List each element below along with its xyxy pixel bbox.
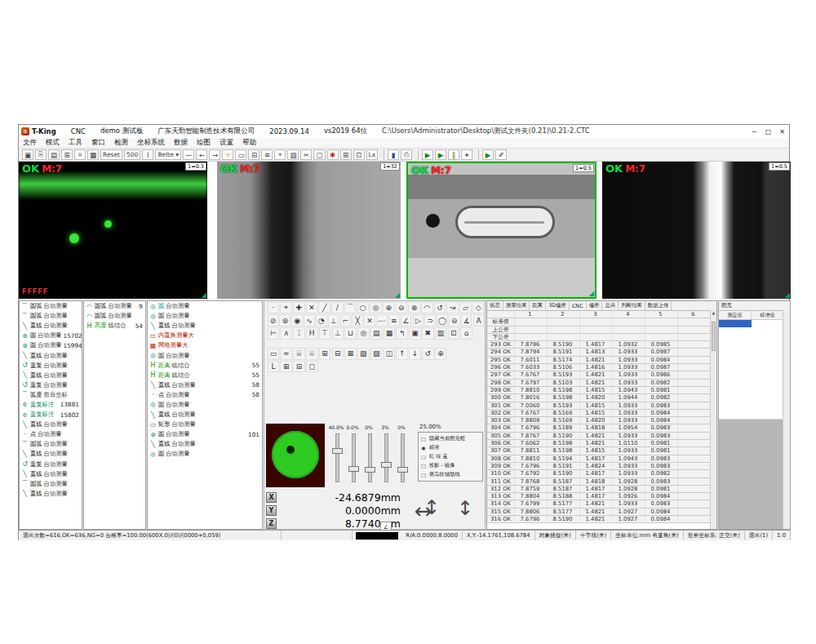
menu-item-0[interactable]: 文件 — [23, 138, 37, 148]
table-row[interactable]: 297 OK7.67678.51931.48211.09330.0986 — [487, 371, 716, 379]
slider-thumb[interactable] — [332, 448, 343, 454]
tool-icon[interactable]: ↺ — [434, 302, 446, 314]
camera-view-4[interactable]: OK M:7 1=0.5 ◢ — [602, 162, 791, 299]
menu-item-3[interactable]: 窗口 — [91, 138, 105, 148]
tool-icon[interactable]: ○ — [357, 302, 370, 314]
tool-icon[interactable]: ⊕ — [383, 302, 395, 314]
tool-icon[interactable]: ⊘ — [268, 314, 279, 326]
toolbar-button-24[interactable]: Lx — [366, 149, 379, 160]
element-rows-area[interactable] — [719, 327, 790, 420]
tool-icon[interactable]: ✖ — [422, 327, 434, 340]
tool-icon[interactable]: ⌂ — [460, 327, 472, 340]
y-axis-icon[interactable]: Y — [266, 505, 277, 516]
table-row[interactable]: 307 OK7.88118.51981.48151.09330.0981 — [487, 447, 716, 455]
table-row[interactable]: 302 OK7.67678.51691.48151.09330.0984 — [487, 410, 716, 417]
menu-item-1[interactable]: 模式 — [46, 138, 60, 148]
tool-icon[interactable]: ▷ — [413, 314, 424, 326]
list1-item[interactable]: ⌒圆弧自动测量 — [20, 439, 82, 449]
x-axis-icon[interactable]: X — [266, 492, 277, 503]
list3-item[interactable]: ╲直线自动测量 — [148, 410, 262, 420]
tool-icon[interactable]: ↑ — [396, 348, 408, 360]
menu-item-2[interactable]: 工具 — [69, 138, 82, 148]
slider-thumb[interactable] — [381, 462, 392, 468]
element-panel-scrollbar[interactable] — [783, 310, 790, 529]
checkbox-icon[interactable]: □ — [420, 463, 427, 469]
toolbar-button-3[interactable]: ⊞ — [61, 149, 73, 160]
jog-z-icon[interactable]: ↕ — [457, 497, 473, 520]
tool-icon[interactable]: ▱ — [459, 302, 472, 314]
tool-icon[interactable]: ↝ — [446, 302, 459, 314]
checkbox-icon[interactable]: □ — [420, 472, 427, 477]
tool-icon[interactable]: ⊗ — [408, 302, 420, 314]
menu-item-7[interactable]: 绘图 — [197, 138, 211, 148]
tool-icon[interactable]: / — [331, 302, 344, 314]
toolbar-button-30[interactable]: ▶ — [435, 149, 446, 160]
list3-item[interactable]: ◎圆自动测量 — [148, 301, 262, 311]
tool-icon[interactable]: ▨ — [357, 348, 370, 360]
list3-item[interactable]: ╲直线自动测量 — [148, 321, 262, 331]
table-row[interactable]: 312 OK7.87598.51871.48171.09280.0981 — [487, 486, 716, 493]
tool-icon[interactable]: ⌸ — [293, 348, 305, 360]
list3-item[interactable]: H距离线结合55 — [148, 371, 262, 380]
menu-item-8[interactable]: 设置 — [220, 138, 233, 148]
table-tolerance-row[interactable]: 标准值 — [487, 318, 716, 326]
tool-icon[interactable]: ⊞ — [280, 361, 292, 373]
table-row[interactable]: 298 OK7.67978.51031.48211.09330.0982 — [487, 380, 716, 387]
table-row[interactable]: 315 OK7.88068.51771.48211.09270.0984 — [487, 509, 716, 516]
tool-icon[interactable]: ⊟ — [293, 361, 305, 373]
tool-icon[interactable]: ≡ — [388, 314, 400, 326]
tool-icon[interactable]: ◻ — [306, 361, 318, 373]
tool-icon[interactable]: ◔ — [316, 314, 327, 326]
minimize-button[interactable]: ─ — [747, 126, 761, 137]
tool-icon[interactable]: ⌒ — [344, 302, 357, 314]
menu-item-5[interactable]: 坐标系统 — [137, 138, 165, 148]
table-row[interactable]: 309 OK7.67968.51911.48241.09330.0983 — [487, 463, 716, 470]
radio-icon[interactable]: ○ — [420, 454, 427, 460]
light-slider-0[interactable]: 40.0% — [328, 424, 344, 487]
tool-icon[interactable]: ⌐ — [340, 314, 352, 326]
tool-icon[interactable]: ⊞ — [319, 348, 331, 360]
tool-icon[interactable]: ∡ — [461, 314, 472, 326]
camera-view-3-selected[interactable]: OK M:7 1=0.5 ◢ — [406, 162, 596, 299]
slider-thumb[interactable] — [397, 467, 408, 473]
tool-icon[interactable]: ⊚ — [279, 314, 290, 326]
list1-item[interactable]: ╲直线自动测量 — [20, 420, 82, 429]
slider-thumb[interactable] — [348, 466, 359, 472]
tool-icon[interactable]: ⊖ — [396, 302, 408, 314]
table-tab-8[interactable]: 数据上传 — [645, 301, 672, 310]
light-slider-4[interactable]: 0% — [393, 424, 410, 487]
list3-item[interactable]: ▭内直角测量大 — [148, 331, 262, 340]
table-row[interactable]: 314 OK7.67998.51771.48211.09330.0983 — [487, 500, 716, 508]
list1-item[interactable]: ⊕圆自动测量15702 — [20, 331, 82, 340]
table-row[interactable]: 300 OK7.80168.51981.48201.09440.0982 — [487, 394, 716, 402]
tool-icon[interactable]: A — [473, 314, 485, 326]
list3-item[interactable]: ╲直线自动测量58 — [148, 380, 262, 390]
tool-icon[interactable]: ⊃ — [424, 314, 436, 326]
list3-item[interactable]: ◎圆自动测量 — [148, 400, 262, 410]
list3-item[interactable]: H距离线结合55 — [148, 361, 262, 371]
tool-icon[interactable]: ↺ — [422, 348, 434, 360]
selected-cell[interactable] — [719, 320, 752, 327]
resize-grip-icon[interactable]: ◢ — [785, 292, 790, 299]
list1-item[interactable]: ↺重复自动测量 — [20, 361, 82, 371]
menu-item-9[interactable]: 帮助 — [242, 138, 256, 148]
toolbar-button-2[interactable]: ▤ — [48, 149, 60, 160]
camera-scale-tag[interactable]: 1=0.5 — [769, 162, 790, 171]
camera-scale-tag[interactable]: 1=0.3 — [185, 162, 206, 171]
tool-icon[interactable]: H — [306, 327, 318, 340]
light-slider-1[interactable]: 0.0% — [344, 424, 361, 487]
table-tab-7[interactable]: 判断结果 — [619, 301, 645, 310]
list1-item[interactable]: ╲直线自动测量 — [20, 350, 82, 360]
toolbar-button-18[interactable]: ▨ — [287, 149, 299, 160]
tool-icon[interactable]: ▥ — [435, 327, 447, 340]
table-vertical-scrollbar[interactable]: ▲ — [710, 310, 716, 529]
slider-thumb[interactable] — [365, 467, 375, 473]
toolbar-button-14[interactable]: ▭ — [235, 149, 246, 160]
toolbar-button-23[interactable]: ⊡ — [353, 149, 365, 160]
table-row[interactable]: 296 OK7.60338.51061.48161.09330.0987 — [487, 364, 716, 371]
tool-icon[interactable]: ╳ — [352, 314, 363, 326]
toolbar-button-34[interactable]: ▶ — [482, 149, 494, 160]
list2-item[interactable]: ◠圆弧自动测量9 — [84, 301, 145, 311]
tool-icon[interactable]: ⋯ — [376, 314, 388, 326]
tool-icon[interactable]: ⊡ — [448, 327, 460, 340]
